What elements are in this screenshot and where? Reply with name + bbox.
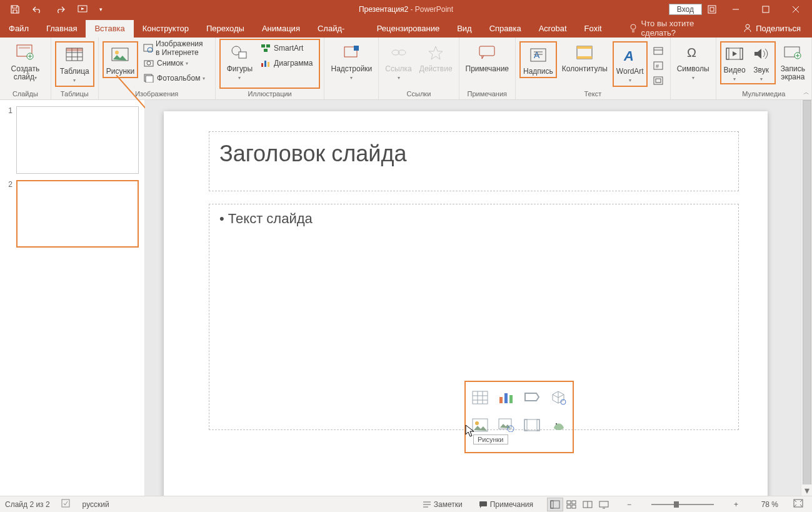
sorter-view-button[interactable] <box>563 498 579 511</box>
photo-album-button[interactable]: Фотоальбом ▾ <box>141 71 211 85</box>
date-time-button[interactable] <box>650 44 666 58</box>
scroll-thumb[interactable] <box>803 100 811 496</box>
insert-picture-icon[interactable] <box>469 413 491 437</box>
fit-to-window-button[interactable] <box>789 499 807 509</box>
tab-insert[interactable]: Вставка <box>86 20 133 38</box>
wordart-button[interactable]: A WordArt▾ <box>613 41 648 87</box>
chart-label: Диаграмма <box>274 59 313 68</box>
symbols-button[interactable]: Ω Символы▾ <box>674 41 712 82</box>
view-buttons <box>547 498 612 511</box>
audio-button[interactable]: Звук▾ <box>748 43 774 83</box>
online-pictures-button[interactable]: Изображения в Интернете <box>141 41 211 55</box>
tab-home[interactable]: Главная <box>38 20 86 38</box>
tab-file[interactable]: Файл <box>0 20 38 38</box>
ribbon-options-icon[interactable] <box>704 2 719 17</box>
addins-button[interactable]: Надстройки▾ <box>328 41 374 82</box>
tab-help[interactable]: Справка <box>481 20 530 38</box>
tab-animations[interactable]: Анимация <box>253 20 309 38</box>
screenshot-button[interactable]: Снимок ▾ <box>141 56 211 70</box>
undo-icon[interactable] <box>29 1 46 18</box>
zoom-in-button[interactable]: + <box>730 500 742 509</box>
content-placeholder[interactable]: Текст слайда Рисунки <box>209 204 739 430</box>
workspace: 1 2 Заголовок слайда Текст слайда <box>0 100 812 496</box>
textbox-button[interactable]: A Надпись <box>519 41 557 78</box>
pictures-label: Рисунки <box>106 66 134 76</box>
group-media: Видео▾ Звук▾ Запись экрана Мультимедиа <box>716 38 812 99</box>
close-button[interactable] <box>782 0 809 19</box>
spellcheck-icon[interactable] <box>61 499 71 509</box>
qat-more-icon[interactable]: ▾ <box>96 1 105 18</box>
slide-number-button[interactable]: # <box>650 59 666 73</box>
svg-point-29 <box>147 61 151 65</box>
slide-thumbnails-panel[interactable]: 1 2 <box>0 100 145 496</box>
vertical-scrollbar[interactable]: ▴ ▾ <box>801 100 812 496</box>
svg-rect-57 <box>654 77 663 84</box>
svg-rect-72 <box>499 397 503 403</box>
group-images: Рисунки Изображения в Интернете Снимок ▾… <box>99 38 216 99</box>
tab-design[interactable]: Конструктор <box>134 20 198 38</box>
svg-point-7 <box>631 24 636 29</box>
comment-button[interactable]: Примечание <box>463 41 511 73</box>
slide-canvas[interactable]: Заголовок слайда Текст слайда Рисунки <box>164 111 768 496</box>
insert-video-icon[interactable] <box>521 413 544 437</box>
slide-counter[interactable]: Слайд 2 из 2 <box>5 500 50 509</box>
header-footer-label: Колонтитулы <box>562 64 608 73</box>
svg-rect-91 <box>567 501 571 504</box>
maximize-button[interactable] <box>752 0 779 19</box>
normal-view-button[interactable] <box>547 498 563 511</box>
comments-pane-button[interactable]: Примечания <box>476 500 536 509</box>
table-button[interactable]: Таблица▾ <box>55 41 94 87</box>
svg-rect-1 <box>708 6 716 13</box>
smartart-button[interactable]: SmartArt <box>258 41 315 55</box>
reading-view-button[interactable] <box>579 498 596 511</box>
slide-thumbnail-1[interactable] <box>16 106 139 174</box>
tab-acrobat[interactable]: Acrobat <box>530 20 576 38</box>
object-button[interactable] <box>650 74 666 88</box>
notes-button[interactable]: Заметки <box>420 500 465 509</box>
slideshow-view-button[interactable] <box>596 498 612 511</box>
save-icon[interactable] <box>6 1 24 18</box>
scroll-down-icon[interactable]: ▾ <box>801 484 812 496</box>
start-slideshow-icon[interactable] <box>74 1 91 18</box>
signin-button[interactable]: Вход <box>669 4 702 15</box>
group-comments: Примечание Примечания <box>459 38 516 99</box>
group-label-slides: Слайды <box>13 89 38 99</box>
chart-button[interactable]: Диаграмма <box>258 56 315 70</box>
tell-me-search[interactable]: Что вы хотите сделать? <box>629 19 729 38</box>
textbox-icon: A <box>528 44 549 66</box>
tab-view[interactable]: Вид <box>448 20 481 38</box>
zoom-level[interactable]: 78 % <box>753 500 778 509</box>
insert-3dmodel-icon[interactable] <box>547 386 569 409</box>
tab-slideshow[interactable]: Слайд-шоу <box>309 20 368 38</box>
tab-transitions[interactable]: Переходы <box>198 20 253 38</box>
insert-smartart-icon[interactable] <box>521 386 544 409</box>
zoom-out-button[interactable]: − <box>623 500 635 509</box>
redo-icon[interactable] <box>51 1 69 18</box>
new-slide-button[interactable]: Создать слайд▾ <box>4 41 47 82</box>
zoom-slider-thumb[interactable] <box>674 501 679 508</box>
screen-recording-button[interactable]: Запись экрана <box>778 41 808 81</box>
pictures-button[interactable]: Рисунки <box>103 41 138 78</box>
insert-chart-icon[interactable] <box>495 386 518 409</box>
minimize-button[interactable] <box>722 0 749 19</box>
insert-online-picture-icon[interactable] <box>495 413 518 437</box>
insert-icon-icon[interactable] <box>547 413 569 437</box>
title-placeholder[interactable]: Заголовок слайда <box>209 131 739 191</box>
tab-foxit[interactable]: Foxit PDF <box>576 20 629 38</box>
collapse-ribbon-icon[interactable]: ︿ <box>803 88 809 97</box>
svg-rect-88 <box>479 501 487 506</box>
slide-editor[interactable]: Заголовок слайда Текст слайда Рисунки <box>145 100 812 496</box>
language-label[interactable]: русский <box>83 500 109 509</box>
shapes-button[interactable]: Фигуры▾ <box>224 41 255 82</box>
header-footer-button[interactable]: Колонтитулы <box>559 41 610 73</box>
insert-table-icon[interactable] <box>469 386 491 409</box>
titlebar: ▾ Презентация2 - PowerPoint Вход <box>0 0 812 19</box>
slide-thumbnail-2[interactable] <box>16 180 139 248</box>
svg-rect-35 <box>266 44 270 48</box>
video-button[interactable]: Видео▾ <box>721 43 748 83</box>
zoom-slider[interactable] <box>651 504 714 505</box>
svg-rect-94 <box>572 505 576 508</box>
svg-rect-39 <box>268 62 269 67</box>
share-button[interactable]: Поделиться <box>743 24 801 33</box>
tab-review[interactable]: Рецензирование <box>368 20 448 38</box>
